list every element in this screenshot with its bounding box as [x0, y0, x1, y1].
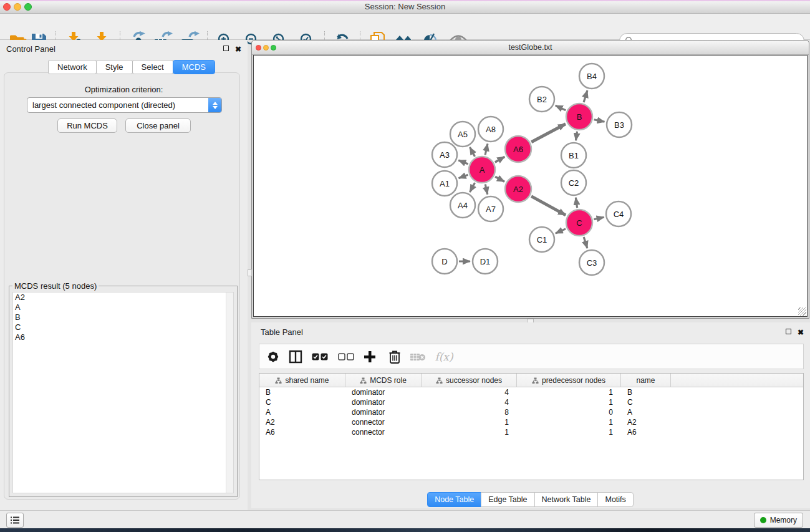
edge-A-A3[interactable]: [458, 160, 468, 164]
mcds-result-item[interactable]: A: [13, 302, 233, 312]
mcds-result-item[interactable]: A2: [13, 293, 233, 302]
table-row[interactable]: Adominator80A: [259, 407, 803, 417]
table-row[interactable]: Cdominator41C: [259, 397, 803, 407]
graph-node-A7[interactable]: A7: [478, 196, 503, 221]
mcds-result-item[interactable]: B: [13, 312, 233, 322]
edge-A2-C[interactable]: [531, 196, 566, 215]
column-header-name[interactable]: name: [621, 374, 671, 387]
deselect-all-columns-button[interactable]: [337, 347, 355, 366]
svg-text:B2: B2: [537, 95, 547, 104]
graph-node-A4[interactable]: A4: [450, 193, 475, 218]
graph-node-B2[interactable]: B2: [529, 87, 554, 112]
graph-node-A5[interactable]: A5: [450, 122, 475, 147]
delete-column-button[interactable]: [385, 347, 404, 366]
select-all-columns-button[interactable]: [311, 347, 329, 366]
network-window-title: testGlobe.txt: [252, 41, 809, 54]
graph-node-A[interactable]: A: [469, 157, 495, 183]
edge-A-A2[interactable]: [495, 177, 504, 181]
table-row[interactable]: A6connector11A6: [259, 427, 803, 437]
graph-node-A8[interactable]: A8: [478, 117, 503, 142]
edge-B-B3[interactable]: [594, 120, 605, 122]
graph-node-B[interactable]: B: [566, 104, 592, 130]
table-settings-button[interactable]: [264, 347, 282, 366]
tab-motifs[interactable]: Motifs: [597, 492, 633, 507]
close-panel-icon[interactable]: ✖: [235, 46, 241, 53]
graph-node-A1[interactable]: A1: [432, 171, 457, 196]
graph-node-B4[interactable]: B4: [579, 64, 604, 89]
tab-mcds[interactable]: MCDS: [173, 60, 215, 74]
svg-text:C: C: [576, 218, 582, 228]
hierarchy-icon: [360, 377, 367, 384]
network-canvas[interactable]: B4B2BB3A5A8A6A3B1AA1C2A2A4A7C4CC1C3DD1: [253, 55, 808, 317]
edge-B-B1[interactable]: [576, 132, 577, 140]
splitter-handle[interactable]: [248, 269, 252, 276]
add-column-button[interactable]: [360, 347, 379, 366]
edge-B-B2[interactable]: [556, 105, 566, 110]
close-table-panel-icon[interactable]: ✖: [798, 329, 804, 336]
node-table[interactable]: shared nameMCDS rolesuccessor nodesprede…: [259, 373, 804, 480]
dropdown-stepper-icon: [208, 98, 221, 112]
tab-style[interactable]: Style: [96, 60, 133, 74]
mcds-list-scrollbar[interactable]: [226, 293, 233, 493]
graph-node-C3[interactable]: C3: [579, 250, 604, 275]
column-header-shared-name[interactable]: shared name: [259, 374, 345, 387]
function-builder-button[interactable]: f(x): [432, 347, 456, 366]
graph-node-A3[interactable]: A3: [432, 142, 457, 167]
run-mcds-button[interactable]: Run MCDS: [57, 118, 117, 133]
edge-A-A4[interactable]: [470, 183, 475, 192]
tab-network-table[interactable]: Network Table: [534, 492, 599, 507]
table-cell: 1: [422, 427, 517, 437]
criterion-dropdown[interactable]: largest connected component (directed): [27, 97, 222, 113]
float-panel-icon[interactable]: [223, 46, 229, 51]
svg-text:A4: A4: [458, 201, 468, 210]
mcds-result-list[interactable]: A2ABCA6: [12, 292, 234, 493]
mcds-result-item[interactable]: C: [13, 322, 233, 332]
delete-table-button[interactable]: [408, 347, 427, 366]
edge-A-A5[interactable]: [470, 147, 475, 157]
close-panel-button[interactable]: Close panel: [125, 118, 191, 133]
edge-B-B4[interactable]: [584, 90, 587, 102]
table-cell: 1: [517, 387, 621, 397]
graph-node-D1[interactable]: D1: [473, 249, 498, 274]
edge-C-C1[interactable]: [556, 229, 566, 233]
mcds-result-item[interactable]: A6: [13, 332, 233, 342]
network-graph[interactable]: B4B2BB3A5A8A6A3B1AA1C2A2A4A7C4CC1C3DD1: [254, 56, 808, 317]
task-history-button[interactable]: [6, 513, 24, 528]
memory-status-icon: [760, 517, 766, 523]
graph-node-C[interactable]: C: [566, 210, 592, 236]
graph-node-C1[interactable]: C1: [529, 227, 554, 252]
graph-node-B3[interactable]: B3: [607, 112, 632, 137]
graph-node-D[interactable]: D: [432, 249, 457, 274]
graph-node-A2[interactable]: A2: [505, 176, 531, 202]
edge-A6-B[interactable]: [531, 124, 566, 142]
tab-node-table[interactable]: Node Table: [427, 492, 481, 507]
float-table-panel-icon[interactable]: [786, 329, 791, 334]
edge-A-A7[interactable]: [485, 184, 488, 194]
tab-network[interactable]: Network: [48, 60, 97, 74]
column-header-MCDS-role[interactable]: MCDS role: [345, 374, 422, 387]
tab-select[interactable]: Select: [132, 60, 173, 74]
edge-C-C2[interactable]: [576, 198, 577, 208]
graph-node-B1[interactable]: B1: [561, 143, 586, 168]
network-window-titlebar[interactable]: testGlobe.txt: [252, 41, 809, 55]
memory-button[interactable]: Memory: [754, 513, 803, 528]
edge-C-C4[interactable]: [594, 217, 604, 220]
table-header-row: shared nameMCDS rolesuccessor nodesprede…: [259, 374, 803, 387]
control-panel: Control Panel ✖ NetworkStyleSelectMCDS O…: [0, 40, 248, 510]
column-header-predecessor-nodes[interactable]: predecessor nodes: [517, 374, 621, 387]
table-cell: 4: [422, 387, 517, 397]
graph-node-C2[interactable]: C2: [561, 170, 586, 195]
tab-edge-table[interactable]: Edge Table: [481, 492, 534, 507]
edge-C-C3[interactable]: [584, 237, 587, 248]
edge-A-A6[interactable]: [495, 157, 504, 162]
table-row[interactable]: A2connector11A2: [259, 417, 803, 427]
window-resize-grip[interactable]: [798, 307, 806, 316]
graph-node-C4[interactable]: C4: [606, 201, 631, 226]
edge-A-A1[interactable]: [459, 175, 468, 178]
table-row[interactable]: Bdominator41B: [259, 387, 803, 397]
graph-node-A6[interactable]: A6: [505, 136, 531, 162]
column-header-successor-nodes[interactable]: successor nodes: [422, 374, 517, 387]
split-columns-button[interactable]: [286, 347, 305, 366]
edge-A-A8[interactable]: [485, 143, 488, 155]
table-cell: A2: [259, 417, 345, 427]
